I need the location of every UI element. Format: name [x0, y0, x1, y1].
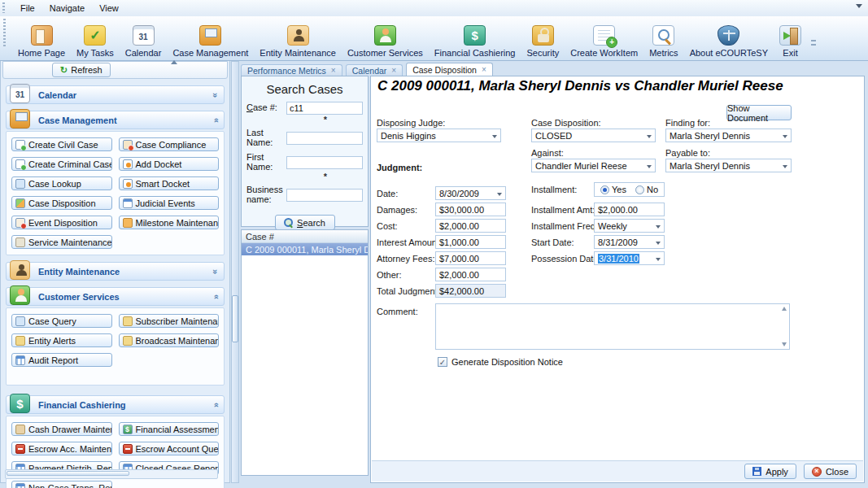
- installment-yes-option[interactable]: Yes: [600, 185, 626, 194]
- chevron-up-icon[interactable]: »: [210, 118, 221, 123]
- refresh-button[interactable]: ↻ Refresh: [52, 63, 111, 77]
- sidebar-item-financial-assessments[interactable]: Financial Assessments: [119, 422, 220, 436]
- sidebar-item-non-case-trans-report[interactable]: Non-Case Trans. Report: [11, 481, 112, 488]
- menu-view[interactable]: View: [92, 2, 126, 15]
- toolbar-case-management[interactable]: Case Management: [167, 17, 254, 59]
- case-number-input[interactable]: c11: [286, 102, 363, 115]
- possession-date-label: Possession Date:: [531, 254, 601, 264]
- sidebar-item-case-query[interactable]: Case Query: [11, 314, 112, 328]
- sidebar-item-label: Create Criminal Case: [28, 159, 112, 169]
- sidebar-item-entity-alerts[interactable]: Entity Alerts: [11, 333, 112, 347]
- toolbar-about[interactable]: About eCOURTeSY: [684, 17, 774, 59]
- chevron-down-icon[interactable]: »: [210, 93, 221, 98]
- sidebar-horizontal-scrollbar[interactable]: [5, 469, 218, 479]
- sidebar-item-escrow-account-query[interactable]: Escrow Account Query: [119, 442, 220, 455]
- generate-notice-row[interactable]: Generate Disposition Notice: [438, 357, 563, 367]
- sidebar-item-case-compliance[interactable]: Case Compliance: [119, 137, 220, 151]
- toolbar-label: My Tasks: [76, 48, 114, 58]
- sidebar-item-case-lookup[interactable]: Case Lookup: [11, 176, 112, 190]
- business-name-label: Business name:: [246, 185, 286, 204]
- finding-for-dropdown[interactable]: Marla Sheryl Dennis: [665, 129, 792, 142]
- sidebar-item-milestone-maintenance[interactable]: Milestone Maintenance: [119, 216, 220, 229]
- results-column-header[interactable]: Case #: [242, 230, 368, 243]
- sidebar-vertical-scrollbar-thumb[interactable]: [232, 295, 238, 342]
- chevron-up-icon[interactable]: »: [210, 403, 221, 407]
- toolbar-home-page[interactable]: Home Page: [12, 17, 71, 59]
- window-options-arrow-icon[interactable]: [856, 4, 862, 8]
- sidebar-item-create-criminal-case[interactable]: Create Criminal Case: [11, 157, 112, 171]
- chevron-up-icon[interactable]: »: [210, 294, 221, 299]
- installment-freq-dropdown[interactable]: Weekly: [594, 219, 665, 233]
- payable-to-dropdown[interactable]: Marla Sheryl Dennis: [665, 159, 792, 172]
- possession-date-dropdown[interactable]: 3/31/2010: [594, 251, 665, 265]
- last-name-input[interactable]: [286, 132, 363, 145]
- sidebar-vertical-scrollbar[interactable]: [231, 61, 239, 483]
- toolbar-create-workitem[interactable]: Create WorkItem: [565, 17, 643, 59]
- sidebar-section-calendar[interactable]: Calendar »: [6, 85, 225, 104]
- first-name-input[interactable]: [286, 156, 363, 169]
- scroll-up-arrow-icon[interactable]: [782, 307, 787, 311]
- disposing-judge-dropdown[interactable]: Denis Higgins: [377, 129, 501, 142]
- interest-amount-input[interactable]: $1,000.00: [435, 235, 506, 249]
- sidebar-item-escrow-acc-maintenance[interactable]: Escrow Acc. Maintenance: [11, 442, 112, 455]
- case-disposition-dropdown[interactable]: CLOSED: [531, 129, 656, 142]
- close-button[interactable]: Close: [804, 464, 857, 479]
- chevron-down-icon[interactable]: »: [210, 269, 221, 274]
- attorney-fees-input[interactable]: $7,000.00: [435, 251, 506, 265]
- result-row-selected[interactable]: C 2009 000011, Marla Sheryl Den...: [242, 243, 368, 255]
- cost-input[interactable]: $2,000.00: [435, 219, 506, 233]
- financial-cashiering-icon: [464, 25, 486, 46]
- sidebar-item-case-disposition[interactable]: Case Disposition: [11, 196, 112, 210]
- toolbar-calendar[interactable]: Calendar: [120, 17, 168, 59]
- tab-close-icon[interactable]: ×: [331, 67, 336, 75]
- sidebar-item-subscriber-maintenance[interactable]: Subscriber Maintenance: [119, 314, 220, 328]
- start-date-dropdown[interactable]: 8/31/2009: [594, 235, 665, 249]
- sidebar-item-smart-docket[interactable]: Smart Docket: [119, 176, 220, 190]
- toolbar-security[interactable]: Security: [521, 17, 565, 59]
- sidebar-item-label: Judicial Events: [136, 198, 195, 208]
- sidebar-item-audit-report[interactable]: Audit Report: [11, 353, 112, 367]
- date-dropdown[interactable]: 8/30/2009: [435, 186, 506, 200]
- toolbar-overflow-handle[interactable]: [810, 27, 817, 59]
- apply-button[interactable]: Apply: [744, 464, 796, 479]
- scroll-up-caret-icon[interactable]: [171, 60, 177, 64]
- tab-close-icon[interactable]: ×: [391, 67, 396, 75]
- sidebar-section-entity-maintenance[interactable]: Entity Maintenance »: [6, 262, 225, 281]
- sidebar-item-service-maintenance[interactable]: Service Maintenance: [11, 235, 112, 249]
- sidebar-section-case-management[interactable]: Case Management »: [6, 111, 225, 129]
- menu-file[interactable]: File: [13, 2, 42, 15]
- scroll-down-arrow-icon[interactable]: [782, 342, 787, 346]
- business-name-input[interactable]: [286, 189, 363, 202]
- tab-close-icon[interactable]: ×: [482, 66, 486, 74]
- toolbar-customer-services[interactable]: Customer Services: [342, 17, 429, 59]
- search-button[interactable]: Search: [275, 215, 335, 230]
- calendar-icon: [133, 25, 155, 46]
- toolbar-exit[interactable]: Exit: [774, 17, 807, 59]
- comment-textarea[interactable]: [435, 303, 790, 350]
- tab-case-disposition[interactable]: Case Disposition ×: [406, 63, 493, 76]
- tab-performance-metrics[interactable]: Performance Metrics ×: [241, 64, 342, 76]
- toolbar-metrics[interactable]: Metrics: [643, 17, 683, 59]
- sidebar-item-judicial-events[interactable]: Judicial Events: [119, 196, 220, 210]
- sidebar-item-broadcast-maintenance[interactable]: Broadcast Maintenance: [119, 333, 220, 347]
- date-label: Date:: [377, 189, 398, 198]
- checkbox-checked-icon[interactable]: [438, 357, 447, 367]
- toolbar-entity-maintenance[interactable]: Entity Maintenance: [254, 17, 342, 59]
- sidebar-item-create-civil-case[interactable]: Create Civil Case: [11, 137, 112, 151]
- sidebar-section-customer-services[interactable]: Customer Services »: [6, 287, 225, 306]
- damages-input[interactable]: $30,000.00: [435, 203, 506, 216]
- sidebar-item-event-disposition[interactable]: Event Disposition: [11, 216, 112, 229]
- installment-amt-input[interactable]: $2,000.00: [594, 203, 665, 216]
- other-input[interactable]: $2,000.00: [435, 268, 506, 281]
- sidebar-item-cash-drawer-maintenance[interactable]: Cash Drawer Maintenance: [11, 422, 112, 436]
- sidebar-section-financial-cashiering[interactable]: Financial Cashiering »: [6, 395, 225, 414]
- show-document-button[interactable]: Show Document: [726, 105, 792, 120]
- installment-no-option[interactable]: No: [635, 185, 658, 194]
- menu-navigate[interactable]: Navigate: [42, 2, 92, 15]
- toolbar-my-tasks[interactable]: My Tasks: [71, 17, 120, 59]
- toolbar-financial-cashiering[interactable]: Financial Cashiering: [429, 17, 521, 59]
- tab-calendar[interactable]: Calendar ×: [346, 64, 403, 76]
- sidebar-item-add-docket[interactable]: Add Docket: [119, 157, 220, 171]
- against-dropdown[interactable]: Chandler Muriel Reese: [531, 159, 656, 172]
- sidebar-item-label: Case Compliance: [136, 140, 207, 150]
